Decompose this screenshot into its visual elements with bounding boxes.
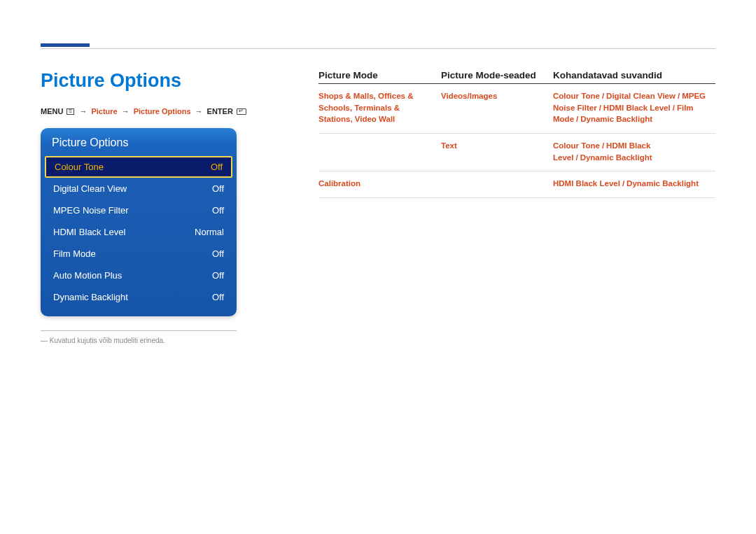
table-cell-seaded: Videos/Images	[441, 90, 553, 102]
breadcrumb-step: Picture Options	[134, 107, 191, 115]
breadcrumb-enter-label: ENTER	[207, 107, 233, 115]
osd-row-label: MPEG Noise Filter	[53, 205, 129, 216]
osd-header: Picture Options	[41, 128, 237, 156]
osd-row[interactable]: MPEG Noise FilterOff	[41, 199, 237, 221]
table-cell-options: Colour Tone/Digital Clean View/MPEG Nois…	[553, 90, 715, 125]
left-column: Picture Options MENU ☰ → Picture → Pictu…	[41, 70, 279, 344]
arrow-icon: →	[79, 107, 87, 115]
breadcrumb-step: Picture	[91, 107, 117, 115]
table-header-row: Picture Mode Picture Mode-seaded Kohanda…	[318, 70, 715, 84]
table-header: Picture Mode	[318, 70, 441, 80]
osd-list: Colour ToneOffDigital Clean ViewOffMPEG …	[41, 156, 237, 308]
enter-icon	[237, 108, 246, 115]
breadcrumb: MENU ☰ → Picture → Picture Options → ENT…	[41, 107, 279, 115]
table-cell-mode: Calibration	[318, 178, 441, 190]
osd-row-value: Off	[212, 270, 224, 281]
osd-row-value: Off	[212, 205, 224, 216]
osd-row[interactable]: Digital Clean ViewOff	[41, 178, 237, 199]
table-body: Shops & Malls, Offices & Schools, Termin…	[318, 84, 715, 198]
osd-row[interactable]: Dynamic BacklightOff	[41, 286, 237, 308]
osd-row-label: Digital Clean View	[53, 183, 127, 194]
table-row: TextColour Tone/HDMI Black Level/Dynamic…	[318, 134, 715, 171]
osd-row-value: Off	[211, 162, 223, 172]
osd-row-label: HDMI Black Level	[53, 227, 125, 237]
footnote: ― Kuvatud kujutis võib mudeliti erineda.	[41, 337, 279, 344]
table-cell-options: Colour Tone/HDMI Black Level/Dynamic Bac…	[553, 140, 715, 163]
right-column: Picture Mode Picture Mode-seaded Kohanda…	[318, 70, 715, 198]
osd-row-label: Auto Motion Plus	[53, 270, 122, 281]
table-cell-seaded: Text	[441, 140, 553, 152]
options-table: Picture Mode Picture Mode-seaded Kohanda…	[318, 70, 715, 198]
menu-icon: ☰	[66, 108, 74, 115]
table-cell-mode: Shops & Malls, Offices & Schools, Termin…	[318, 90, 441, 125]
arrow-icon: →	[195, 107, 203, 115]
osd-row-label: Dynamic Backlight	[53, 292, 128, 302]
osd-row[interactable]: HDMI Black LevelNormal	[41, 221, 237, 243]
osd-row-value: Off	[212, 183, 224, 194]
arrow-icon: →	[122, 107, 130, 115]
footnote-dash: ―	[41, 337, 48, 344]
table-row: Shops & Malls, Offices & Schools, Termin…	[318, 84, 715, 134]
osd-row[interactable]: Colour ToneOff	[45, 156, 232, 178]
osd-row-label: Colour Tone	[55, 162, 104, 172]
osd-row-label: Film Mode	[53, 248, 96, 259]
osd-panel: Picture Options Colour ToneOffDigital Cl…	[41, 128, 237, 316]
breadcrumb-menu-label: MENU	[41, 107, 63, 115]
accent-rule	[41, 43, 90, 47]
osd-row-value: Off	[212, 248, 224, 259]
horizontal-rule	[41, 48, 715, 49]
table-header: Kohandatavad suvandid	[553, 70, 715, 80]
osd-row-value: Normal	[195, 227, 224, 237]
footnote-text: Kuvatud kujutis võib mudeliti erineda.	[50, 337, 165, 344]
osd-row-value: Off	[212, 292, 224, 302]
table-cell-options: HDMI Black Level/Dynamic Backlight	[553, 178, 715, 190]
table-row: CalibrationHDMI Black Level/Dynamic Back…	[318, 171, 715, 198]
table-header: Picture Mode-seaded	[441, 70, 553, 80]
page-title: Picture Options	[41, 70, 279, 92]
osd-row[interactable]: Film ModeOff	[41, 243, 237, 265]
footnote-rule	[41, 330, 237, 331]
osd-row[interactable]: Auto Motion PlusOff	[41, 265, 237, 286]
